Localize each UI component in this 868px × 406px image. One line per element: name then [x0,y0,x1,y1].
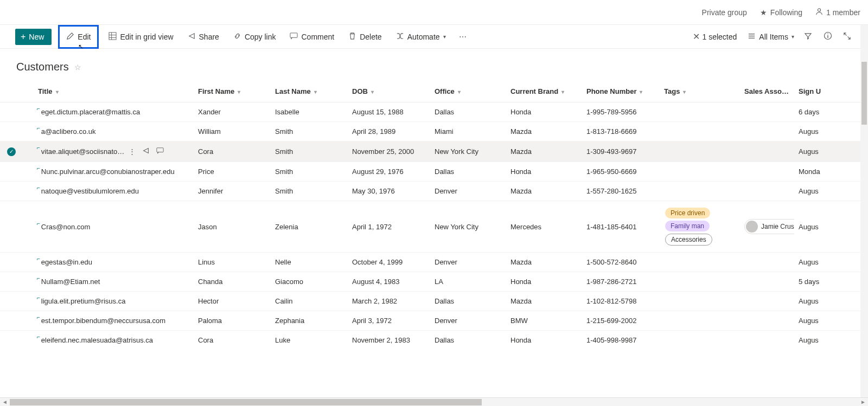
expand-button[interactable] [841,30,853,44]
col-phone[interactable]: Phone Number▾ [582,81,660,102]
new-button[interactable]: + New [15,29,52,45]
title-cell[interactable]: ⌐Nunc.pulvinar.arcu@conubianostraper.edu [34,162,194,182]
row-select[interactable] [0,201,23,253]
filter-button[interactable] [802,30,814,44]
first-name-cell: Chanda [194,272,271,292]
col-brand[interactable]: Current Brand▾ [506,81,582,102]
select-all-header[interactable] [0,81,23,102]
row-select[interactable] [0,102,23,122]
col-associate[interactable]: Sales Associate▾ [740,81,794,102]
members-button[interactable]: 1 member [815,8,860,17]
col-tags[interactable]: Tags▾ [660,81,740,102]
col-last-name[interactable]: Last Name▾ [271,81,348,102]
comment-button[interactable]: Comment [286,30,337,44]
row-select[interactable] [0,272,23,292]
tag-pill[interactable]: Price driven [665,208,710,218]
table-row[interactable]: ⌐Nullam@Etiam.netChandaGiacomoAugust 4, … [0,272,868,292]
row-more-button[interactable]: ⋮ [129,147,136,156]
automate-button[interactable]: Automate ▾ [393,30,449,44]
title-text: Cras@non.com [41,223,91,231]
svg-rect-12 [157,148,163,152]
table-row[interactable]: ⌐a@aclibero.co.ukWilliamSmithApril 28, 1… [0,122,868,141]
scroll-thumb[interactable] [10,399,482,405]
title-cell[interactable]: ⌐est.tempor.bibendum@neccursusa.com [34,311,194,331]
delete-button[interactable]: Delete [345,30,385,44]
phone-cell: 1-813-718-6669 [582,122,660,141]
item-indicator-icon: ⌐ [37,275,40,281]
row-select[interactable] [0,311,23,331]
last-name-cell: Zelenia [271,201,348,253]
table-row[interactable]: ⌐Cras@non.comJasonZeleniaApril 1, 1972Ne… [0,201,868,253]
title-cell[interactable]: ⌐eget.dictum.placerat@mattis.ca [34,102,194,122]
table-row[interactable]: ⌐natoque@vestibulumlorem.eduJenniferSmit… [0,182,868,201]
table-row[interactable]: ⌐eleifend.nec.malesuada@atrisus.caCoraLu… [0,331,868,350]
page-title: Customers [16,61,69,73]
brand-cell: Honda [506,331,582,350]
col-signup[interactable]: Sign U [794,81,868,102]
row-select[interactable]: ✓ [0,141,23,162]
following-button[interactable]: ★ Following [760,8,802,17]
table-row[interactable]: ⌐est.tempor.bibendum@neccursusa.comPalom… [0,311,868,331]
row-select[interactable] [0,182,23,201]
title-cell[interactable]: ⌐ligula.elit.pretium@risus.ca [34,292,194,311]
title-cell[interactable]: ⌐eleifend.nec.malesuada@atrisus.ca [34,331,194,350]
col-first-name[interactable]: First Name▾ [194,81,271,102]
edit-button[interactable]: Edit ↖ [58,25,99,49]
table-row[interactable]: ⌐ligula.elit.pretium@risus.caHectorCaili… [0,292,868,311]
copy-link-button[interactable]: Copy link [230,30,279,44]
title-cell[interactable]: ⌐vitae.aliquet@sociisnato…⋮ [34,141,194,162]
title-cell[interactable]: ⌐egestas@in.edu [34,253,194,272]
clear-selection-button[interactable]: ✕ 1 selected [690,29,740,44]
chevron-down-icon: ▾ [792,34,794,40]
table-row[interactable]: ⌐egestas@in.eduLinusNelleOctober 4, 1999… [0,253,868,272]
person-pill[interactable]: Jamie Crust [744,219,794,234]
filetype-cell [23,331,34,350]
chevron-down-icon: ▾ [561,89,564,95]
row-select[interactable] [0,292,23,311]
favorite-button[interactable]: ☆ [74,63,81,72]
first-name-cell: Linus [194,253,271,272]
vertical-scrollbar[interactable] [860,25,868,397]
first-name-cell: Xander [194,102,271,122]
row-select[interactable] [0,253,23,272]
row-select[interactable] [0,162,23,182]
row-select[interactable] [0,331,23,350]
table-row[interactable]: ⌐Nunc.pulvinar.arcu@conubianostraper.edu… [0,162,868,182]
comment-icon [290,32,298,42]
chevron-down-icon: ▾ [238,89,240,95]
title-cell[interactable]: ⌐natoque@vestibulumlorem.edu [34,182,194,201]
title-cell[interactable]: ⌐a@aclibero.co.uk [34,122,194,141]
view-switcher[interactable]: All Items ▾ [748,32,794,42]
plus-icon: + [21,32,25,42]
checkmark-icon: ✓ [7,147,16,156]
star-icon: ★ [760,8,767,17]
office-cell: Denver [430,253,506,272]
list-scroll-region[interactable]: Title▾ First Name▾ Last Name▾ DOB▾ Offic… [0,81,868,396]
scroll-left-arrow[interactable]: ◄ [0,399,10,405]
edit-in-grid-button[interactable]: Edit in grid view [105,30,176,44]
item-indicator-icon: ⌐ [37,125,40,131]
dob-cell: November 2, 1983 [348,331,430,350]
col-dob[interactable]: DOB▾ [348,81,430,102]
col-office[interactable]: Office▾ [430,81,506,102]
row-comment-button[interactable] [156,147,164,156]
title-cell[interactable]: ⌐Nullam@Etiam.net [34,272,194,292]
info-button[interactable] [821,29,833,44]
horizontal-scrollbar[interactable]: ◄ ► [0,397,868,406]
title-cell[interactable]: ⌐Cras@non.com [34,201,194,253]
flow-icon [396,32,404,42]
scroll-thumb[interactable] [861,62,867,125]
scroll-right-arrow[interactable]: ► [858,399,868,405]
chevron-down-icon: ▾ [314,89,317,95]
more-actions-button[interactable]: ⋯ [457,30,469,43]
col-title[interactable]: Title▾ [34,81,194,102]
row-select[interactable] [0,122,23,141]
row-share-button[interactable] [142,147,150,156]
table-row[interactable]: ✓⌐vitae.aliquet@sociisnato…⋮CoraSmithNov… [0,141,868,162]
close-icon: ✕ [693,31,700,42]
table-row[interactable]: ⌐eget.dictum.placerat@mattis.caXanderIsa… [0,102,868,122]
ellipsis-icon: ⋯ [459,33,467,41]
tag-pill[interactable]: Family man [665,221,710,231]
tag-pill[interactable]: Accessories [665,234,712,246]
share-button[interactable]: Share [184,30,222,44]
